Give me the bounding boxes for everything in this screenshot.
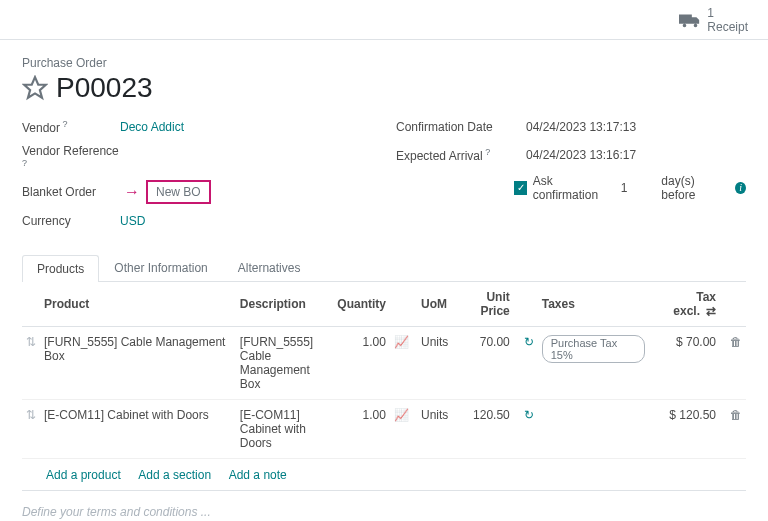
line-unit-price[interactable]: 120.50: [452, 399, 513, 458]
receipt-label: Receipt: [707, 20, 748, 34]
drag-handle-icon[interactable]: ⇅: [22, 399, 40, 458]
line-product[interactable]: [E-COM11] Cabinet with Doors: [40, 399, 236, 458]
ask-confirmation-label: Ask confirmation: [533, 174, 611, 202]
line-uom[interactable]: Units: [417, 326, 452, 399]
line-description[interactable]: [FURN_5555] Cable Management Box: [236, 326, 334, 399]
col-tax-excl[interactable]: Tax excl.⇄: [649, 282, 720, 327]
line-unit-price[interactable]: 70.00: [452, 326, 513, 399]
line-subtotal: $ 70.00: [649, 326, 720, 399]
tab-other-information[interactable]: Other Information: [99, 254, 222, 281]
forecast-icon[interactable]: 📈: [394, 335, 409, 349]
line-taxes[interactable]: Purchase Tax 15%: [538, 326, 650, 399]
days-before-label: day(s) before: [661, 174, 723, 202]
add-product-link[interactable]: Add a product: [46, 468, 121, 482]
currency-value[interactable]: USD: [120, 214, 145, 228]
delete-line-icon[interactable]: 🗑: [730, 335, 742, 349]
delete-line-icon[interactable]: 🗑: [730, 408, 742, 422]
line-uom[interactable]: Units: [417, 399, 452, 458]
col-description[interactable]: Description: [236, 282, 334, 327]
col-unit-price[interactable]: Unit Price: [452, 282, 513, 327]
vendor-label: Vendor ?: [22, 119, 120, 135]
line-taxes[interactable]: [538, 399, 650, 458]
col-uom[interactable]: UoM: [417, 282, 452, 327]
line-product[interactable]: [FURN_5555] Cable Management Box: [40, 326, 236, 399]
tab-alternatives[interactable]: Alternatives: [223, 254, 316, 281]
vendor-value[interactable]: Deco Addict: [120, 120, 184, 134]
new-blanket-order-button[interactable]: New BO: [146, 180, 211, 204]
tab-products[interactable]: Products: [22, 255, 99, 282]
line-quantity[interactable]: 1.00: [333, 326, 390, 399]
confirmation-date-value: 04/24/2023 13:17:13: [526, 120, 636, 134]
truck-icon: [679, 12, 701, 28]
line-description[interactable]: [E-COM11] Cabinet with Doors: [236, 399, 334, 458]
vendor-reference-label: Vendor Reference ?: [22, 144, 120, 174]
adjust-columns-icon[interactable]: ⇄: [706, 304, 716, 318]
terms-and-conditions-input[interactable]: Define your terms and conditions ...: [22, 491, 746, 521]
refresh-price-icon[interactable]: ↻: [524, 408, 534, 422]
forecast-icon[interactable]: 📈: [394, 408, 409, 422]
arrow-right-icon: →: [124, 183, 140, 201]
drag-handle-icon[interactable]: ⇅: [22, 326, 40, 399]
add-note-link[interactable]: Add a note: [229, 468, 287, 482]
svg-marker-0: [24, 77, 46, 98]
confirmation-date-label: Confirmation Date: [396, 120, 526, 134]
receipt-count: 1: [707, 6, 748, 20]
favorite-star-icon[interactable]: [22, 75, 48, 101]
line-quantity[interactable]: 1.00: [333, 399, 390, 458]
col-taxes[interactable]: Taxes: [538, 282, 650, 327]
receipt-button[interactable]: 1 Receipt: [679, 6, 748, 35]
add-section-link[interactable]: Add a section: [138, 468, 211, 482]
ask-confirmation-days[interactable]: 1: [621, 181, 628, 195]
col-quantity[interactable]: Quantity: [333, 282, 390, 327]
expected-arrival-label: Expected Arrival ?: [396, 147, 526, 163]
currency-label: Currency: [22, 214, 120, 228]
line-subtotal: $ 120.50: [649, 399, 720, 458]
form-subtitle: Purchase Order: [22, 56, 746, 70]
blanket-order-label: Blanket Order: [22, 185, 120, 199]
order-line-row[interactable]: ⇅[E-COM11] Cabinet with Doors[E-COM11] C…: [22, 399, 746, 458]
col-product[interactable]: Product: [40, 282, 236, 327]
ask-confirmation-checkbox[interactable]: ✓: [514, 181, 526, 195]
refresh-price-icon[interactable]: ↻: [524, 335, 534, 349]
order-line-row[interactable]: ⇅[FURN_5555] Cable Management Box[FURN_5…: [22, 326, 746, 399]
order-title: P00023: [56, 72, 153, 104]
info-icon[interactable]: i: [735, 182, 746, 194]
expected-arrival-value: 04/24/2023 13:16:17: [526, 148, 636, 162]
